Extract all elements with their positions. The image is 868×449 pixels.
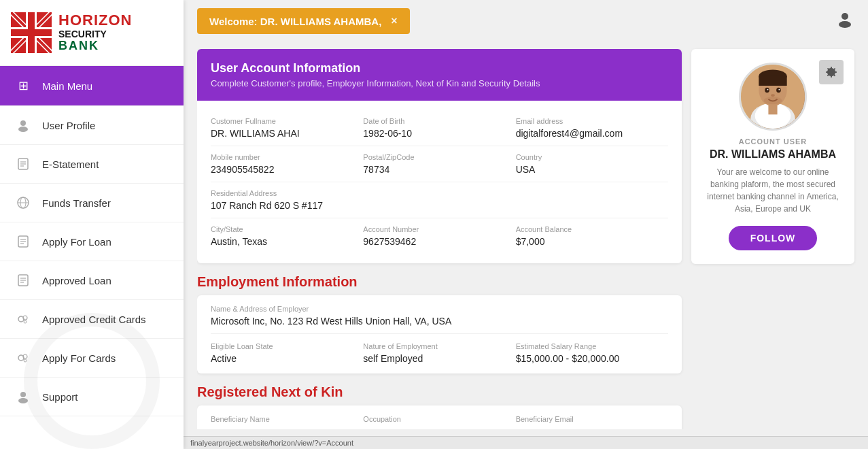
svg-rect-49: [759, 76, 786, 86]
account-icon[interactable]: [835, 10, 854, 33]
loan-state-label: Eligible Loan State: [211, 342, 352, 350]
follow-button[interactable]: FOLLOW: [729, 226, 818, 250]
account-balance-cell: Account Balance $7,000: [516, 225, 668, 247]
country-cell: Country USA: [516, 153, 668, 175]
support-icon: [14, 390, 33, 403]
svg-point-52: [767, 89, 769, 90]
logo-line1: HORIZON: [58, 12, 132, 29]
account-user-name: DR. WILLIAMS AHAMBA: [710, 148, 836, 161]
account-balance-label: Account Balance: [516, 225, 657, 233]
logo-icon: [11, 12, 52, 53]
info-card-title: User Account Information: [211, 61, 668, 76]
logo-text: HORIZON SECURITY BANK: [58, 12, 132, 52]
employment-section: Employment Information Name & Address of…: [197, 274, 682, 373]
svg-point-40: [839, 21, 851, 28]
avatar: [739, 63, 807, 131]
kin-row: Beneficiary Name Occupation Beneficiary …: [211, 415, 668, 426]
postal-value: 78734: [363, 164, 504, 175]
welcome-badge: Welcome: DR. WILLIAMS AHAMBA, ×: [197, 8, 410, 34]
gear-icon: [824, 65, 838, 79]
account-balance-value: $7,000: [516, 236, 657, 247]
svg-point-54: [771, 94, 775, 97]
info-card-subtitle: Complete Customer's profile, Employer In…: [211, 78, 668, 88]
svg-rect-13: [28, 12, 35, 53]
beneficiary-name-cell: Beneficiary Name: [211, 415, 363, 426]
main-content: Welcome: DR. WILLIAMS AHAMBA, × User Acc…: [184, 0, 868, 449]
employer-label: Name & Address of Employer: [211, 305, 668, 313]
approved-loan-icon: [14, 273, 33, 287]
sidebar-item-approved-credit-cards[interactable]: Approved Credit Cards: [0, 300, 184, 339]
next-of-kin-section: Registered Next of Kin Beneficiary Name …: [197, 384, 682, 429]
mobile-label: Mobile number: [211, 153, 352, 161]
occupation-label: Occupation: [363, 415, 504, 423]
loan-state-cell: Eligible Loan State Active: [211, 342, 363, 364]
logo-line2: SECURITY: [58, 29, 132, 39]
info-row-3: Residential Address 107 Ranch Rd 620 S #…: [211, 182, 668, 218]
mobile-value: 234905545822: [211, 164, 352, 175]
sidebar-item-label: Support: [42, 391, 78, 403]
sidebar-item-main-menu[interactable]: ⊞ Main Menu: [0, 66, 184, 106]
logo-container: HORIZON SECURITY BANK: [0, 0, 184, 66]
sidebar: HORIZON SECURITY BANK ⊞ Main Menu User P…: [0, 0, 184, 449]
sidebar-item-label: Approved Loan: [42, 275, 111, 286]
employment-section-title: Employment Information: [197, 274, 682, 290]
svg-point-15: [18, 127, 28, 132]
sidebar-item-funds-transfer[interactable]: Funds Transfer: [0, 184, 184, 222]
beneficiary-email-label: Beneficiary Email: [516, 415, 657, 423]
employment-details-row: Eligible Loan State Active Nature of Emp…: [211, 342, 668, 364]
salary-label: Estimated Salary Range: [516, 342, 657, 350]
profile-card: ACCOUNT USER DR. WILLIAMS AHAMBA Your ar…: [691, 49, 854, 264]
employer-value: Microsoft Inc, No. 123 Rd West Hills Uni…: [211, 316, 668, 334]
account-user-description: Your are welcome to our online banking p…: [702, 166, 844, 215]
user-profile-icon: [14, 118, 33, 132]
info-row-1: Customer Fullname DR. WILLIAMS AHAI Date…: [211, 110, 668, 146]
sidebar-item-approved-loan[interactable]: Approved Loan: [0, 261, 184, 300]
postal-cell: Postal/ZipCode 78734: [363, 153, 515, 175]
welcome-text: Welcome: DR. WILLIAMS AHAMBA,: [209, 16, 381, 27]
nature-label: Nature of Employment: [363, 342, 504, 350]
sidebar-item-label: E-Statement: [42, 159, 99, 170]
city-state-cell: City/State Austin, Texas: [211, 225, 363, 247]
nature-value: self Employed: [363, 353, 504, 364]
gear-button[interactable]: [819, 60, 844, 84]
sidebar-item-support[interactable]: Support: [0, 378, 184, 416]
topbar: Welcome: DR. WILLIAMS AHAMBA, ×: [184, 0, 868, 42]
main-menu-icon: ⊞: [14, 78, 33, 93]
account-number-value: 9627539462: [363, 236, 504, 247]
country-value: USA: [516, 164, 657, 175]
postal-label: Postal/ZipCode: [363, 153, 504, 161]
city-state-label: City/State: [211, 225, 352, 233]
beneficiary-name-label: Beneficiary Name: [211, 415, 352, 423]
svg-point-53: [778, 89, 780, 90]
residential-cell: Residential Address 107 Ranch Rd 620 S #…: [211, 189, 668, 211]
svg-point-36: [24, 359, 27, 362]
svg-point-38: [18, 398, 28, 403]
sidebar-item-apply-for-cards[interactable]: Apply For Cards: [0, 339, 184, 378]
loan-state-value: Active: [211, 353, 352, 364]
account-user-label: ACCOUNT USER: [739, 137, 808, 146]
residential-value: 107 Ranch Rd 620 S #117: [211, 200, 657, 211]
info-card-header: User Account Information Complete Custom…: [197, 49, 682, 101]
fullname-value: DR. WILLIAMS AHAI: [211, 128, 352, 139]
residential-label: Residential Address: [211, 189, 657, 197]
welcome-close-button[interactable]: ×: [391, 15, 397, 27]
svg-point-50: [765, 88, 769, 93]
url-text: finalyearproject.website/horizon/view/?v…: [190, 439, 353, 447]
dob-cell: Date of Birth 1982-06-10: [363, 117, 515, 139]
sidebar-item-apply-for-loan[interactable]: Apply For Loan: [0, 222, 184, 261]
email-cell: Email address digitalforest4@gmail.com: [516, 117, 668, 139]
next-of-kin-card: Beneficiary Name Occupation Beneficiary …: [197, 405, 682, 429]
employment-info-card: Name & Address of Employer Microsoft Inc…: [197, 295, 682, 373]
right-panel: ACCOUNT USER DR. WILLIAMS AHAMBA Your ar…: [691, 49, 854, 429]
account-number-label: Account Number: [363, 225, 504, 233]
info-card-body: Customer Fullname DR. WILLIAMS AHAI Date…: [197, 101, 682, 263]
email-label: Email address: [516, 117, 657, 125]
center-panel: User Account Information Complete Custom…: [197, 49, 691, 429]
sidebar-item-label: Apply For Cards: [42, 352, 116, 364]
city-state-value: Austin, Texas: [211, 236, 352, 247]
sidebar-item-e-statement[interactable]: E-Statement: [0, 145, 184, 184]
sidebar-item-user-profile[interactable]: User Profile: [0, 106, 184, 145]
occupation-cell: Occupation: [363, 415, 515, 426]
sidebar-item-label: Apply For Loan: [42, 236, 111, 248]
svg-point-37: [20, 392, 26, 397]
